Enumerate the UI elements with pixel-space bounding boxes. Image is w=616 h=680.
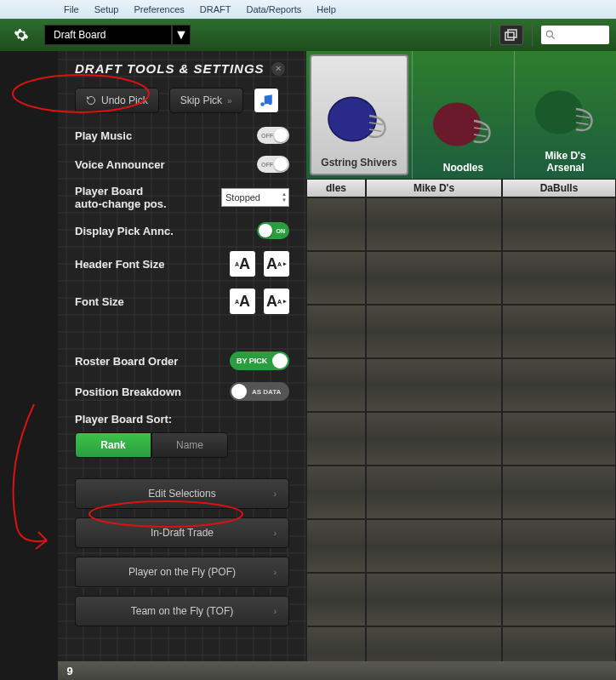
grid-cell[interactable] <box>502 358 616 412</box>
grid-cell[interactable] <box>306 466 366 519</box>
grid-cell[interactable] <box>306 358 366 412</box>
music-icon <box>259 93 274 108</box>
skip-pick-button[interactable]: Skip Pick » <box>169 88 243 113</box>
tof-label: Team on the Fly (TOF) <box>131 605 233 617</box>
divider <box>532 23 533 47</box>
player-board-sort-label: Player Board Sort: <box>75 413 172 426</box>
toggle-on-label: ON <box>277 228 286 234</box>
display-pick-annc-toggle[interactable]: ON <box>257 222 289 239</box>
header-font-decrease-button[interactable]: AA <box>230 251 255 277</box>
grid-row <box>306 251 616 305</box>
search-input[interactable] <box>541 26 609 44</box>
grid-cell[interactable] <box>306 519 366 573</box>
play-music-toggle[interactable]: OFF <box>257 127 289 144</box>
toggle-knob <box>231 384 247 399</box>
grid-cell[interactable] <box>306 197 366 251</box>
menu-setup[interactable]: Setup <box>94 4 119 14</box>
grid-cell[interactable] <box>502 519 616 573</box>
skip-pick-label: Skip Pick <box>180 94 222 106</box>
in-draft-trade-button[interactable]: In-Draft Trade › <box>75 517 289 548</box>
menu-help[interactable]: Help <box>317 4 336 14</box>
edit-selections-label: Edit Selections <box>148 488 215 500</box>
team-name: Mike D'sArsenal <box>545 150 585 174</box>
grid-cell[interactable] <box>502 305 616 358</box>
grid-row <box>306 358 616 412</box>
toggle-off-label: OFF <box>261 162 273 168</box>
team-strip: Gstring Shivers Noodles Mike D'sArsenal <box>306 51 616 179</box>
grid-cell[interactable] <box>502 412 616 466</box>
font-decrease-button[interactable]: AA <box>230 289 255 314</box>
header-font-increase-button[interactable]: AA▸ <box>264 251 289 277</box>
svg-line-3 <box>552 37 555 39</box>
grid-cell[interactable] <box>502 251 616 305</box>
grid-row <box>306 305 616 358</box>
team-name: Gstring Shivers <box>321 157 396 169</box>
menu-draft[interactable]: DRAFT <box>200 4 231 14</box>
dropdown-arrow-icon[interactable]: ▼ <box>172 25 191 45</box>
menu-data-reports[interactable]: Data/Reports <box>246 4 301 14</box>
draft-board-select[interactable]: Draft Board ▼ <box>44 25 191 45</box>
panel-title: DRAFT TOOLS & SETTINGS <box>75 61 265 76</box>
undo-pick-button[interactable]: Undo Pick <box>75 88 159 113</box>
window-icon[interactable] <box>499 25 523 45</box>
grid-cell[interactable] <box>366 412 502 466</box>
grid-row <box>306 573 616 626</box>
refresh-icon <box>86 95 96 106</box>
team-card-selected[interactable]: Gstring Shivers <box>310 54 408 175</box>
spinner-value: Stopped <box>225 192 260 203</box>
grid-cell[interactable] <box>306 412 366 466</box>
grid-cell[interactable] <box>366 573 502 626</box>
chevron-right-icon: › <box>274 529 277 538</box>
pof-label: Player on the Fly (POF) <box>128 566 236 578</box>
edit-selections-button[interactable]: Edit Selections › <box>75 478 289 509</box>
font-increase-button[interactable]: AA▸ <box>264 289 289 314</box>
team-on-fly-button[interactable]: Team on the Fly (TOF) › <box>75 596 289 626</box>
close-icon[interactable]: ✕ <box>271 62 285 76</box>
position-breakdown-label: Position Breakdown <box>75 386 181 398</box>
sort-name-option[interactable]: Name <box>151 432 228 458</box>
grid-cell[interactable] <box>502 197 616 251</box>
auto-change-spinner[interactable]: Stopped ▲▼ <box>221 188 289 207</box>
grid-cell[interactable] <box>366 197 502 251</box>
svg-point-2 <box>546 31 552 37</box>
team-card[interactable]: Noodles <box>412 51 514 179</box>
grid-cell[interactable] <box>366 519 502 573</box>
music-button[interactable] <box>254 88 279 113</box>
helmet-icon <box>325 92 393 151</box>
grid-row <box>306 412 616 466</box>
toggle-knob <box>272 353 288 369</box>
grid-cell[interactable] <box>366 358 502 412</box>
menu-preferences[interactable]: Preferences <box>134 4 184 14</box>
team-name: Noodles <box>443 162 483 174</box>
col-header: Mike D's <box>366 179 502 197</box>
grid-cell[interactable] <box>366 305 502 358</box>
voice-announcer-toggle[interactable]: OFF <box>257 156 289 173</box>
grid-cell[interactable] <box>306 251 366 305</box>
roster-order-label: Roster Board Order <box>75 355 178 368</box>
menu-file[interactable]: File <box>64 4 79 14</box>
toolbar: Draft Board ▼ <box>0 19 616 51</box>
grid-cell[interactable] <box>306 305 366 358</box>
play-music-label: Play Music <box>75 129 132 142</box>
toggle-knob <box>274 157 288 171</box>
player-on-fly-button[interactable]: Player on the Fly (POF) › <box>75 557 289 587</box>
sort-rank-option[interactable]: Rank <box>75 432 151 458</box>
grid-cell[interactable] <box>366 251 502 305</box>
svg-rect-1 <box>505 32 514 40</box>
helmet-icon <box>430 97 498 157</box>
gear-icon[interactable] <box>11 25 31 45</box>
menu-bar: File Setup Preferences DRAFT Data/Report… <box>0 0 616 19</box>
spinner-arrows-icon[interactable]: ▲▼ <box>282 191 287 203</box>
grid-cell[interactable] <box>306 573 366 626</box>
by-pick-label: BY PICK <box>237 357 267 365</box>
toggle-knob <box>259 224 272 237</box>
auto-change-label: Player Board auto-change pos. <box>75 185 167 210</box>
grid-row <box>306 197 616 251</box>
roster-order-toggle[interactable]: BY PICK <box>230 351 289 370</box>
chevron-right-icon: › <box>274 568 277 577</box>
grid-cell[interactable] <box>502 573 616 626</box>
grid-cell[interactable] <box>366 466 502 519</box>
position-breakdown-toggle[interactable]: AS DATA <box>230 382 289 401</box>
grid-cell[interactable] <box>502 466 616 519</box>
team-card[interactable]: Mike D'sArsenal <box>514 51 616 179</box>
